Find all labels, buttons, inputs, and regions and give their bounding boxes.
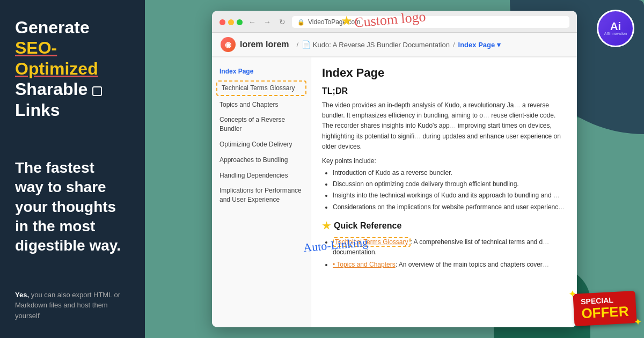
sidebar-item-optimizing[interactable]: Optimizing Code Delivery [212, 137, 311, 152]
star-icon: ★ [322, 220, 331, 232]
sidebar-item-concepts[interactable]: Concepts of a Reverse Bundler [212, 112, 311, 137]
main-area: ★ Custom logo Auto-Linking ← → ↻ 🔒 Video… [145, 0, 644, 338]
topics-link[interactable]: • Topics and Chapters [333, 261, 396, 268]
browser-top: ◉ lorem lorem / 📄 Kudo: A Reverse JS Bun… [212, 33, 577, 57]
breadcrumb-doc[interactable]: 📄 Kudo: A Reverse JS Bundler Documentati… [302, 40, 450, 49]
sidebar-item-dependencies[interactable]: Handling Dependencies [212, 168, 311, 183]
share-icon [92, 86, 102, 96]
list-item: Insights into the technical workings of … [333, 190, 566, 201]
footer-text: Yes, you can also export HTML or Markdow… [15, 290, 130, 321]
browser-window: ← → ↻ 🔒 VideoToPage.com ◉ lorem lorem / [212, 11, 577, 327]
address-text: VideoToPage.com [308, 18, 360, 26]
key-points-label: Key points include: [322, 157, 566, 165]
browser-chrome: ← → ↻ 🔒 VideoToPage.com [212, 11, 577, 33]
close-dot[interactable] [219, 19, 225, 25]
refresh-button[interactable]: ↻ [277, 17, 288, 27]
fullscreen-dot[interactable] [237, 19, 243, 25]
list-item: • Topics and Chapters: An overview of th… [333, 260, 566, 270]
ai-badge-sub: AffiInnovation [604, 32, 627, 36]
quick-ref-heading: ★ Quick Reference [322, 220, 566, 232]
tagline-area: The fastest way to share your thoughts i… [15, 158, 130, 256]
quick-ref-list: Technical Terms Glossary: A comprehensiv… [322, 237, 566, 270]
ai-badge: Ai AffiInnovation [597, 10, 634, 47]
sidebar: Index Page Technical Terms Glossary Topi… [212, 57, 311, 327]
breadcrumb-bar: ◉ lorem lorem / 📄 Kudo: A Reverse JS Bun… [212, 33, 577, 57]
doc-content: Index Page TL;DR The video provides an i… [311, 57, 577, 327]
window-controls [219, 19, 243, 25]
tagline: The fastest way to share your thoughts i… [15, 158, 130, 256]
yes-label: Yes, [15, 291, 29, 299]
logo-area: ◉ lorem lorem [221, 37, 289, 52]
logo-icon: ◉ [221, 37, 236, 52]
sidebar-item-glossary[interactable]: Technical Terms Glossary [216, 80, 306, 96]
sidebar-item-index[interactable]: Index Page [212, 64, 311, 79]
forward-button[interactable]: → [262, 17, 273, 27]
back-button[interactable]: ← [247, 17, 258, 27]
headline-line1: Generate [15, 18, 90, 37]
list-item: Considerations on the implications for w… [333, 202, 566, 212]
tldr-text: The video provides an in-depth analysis … [322, 100, 566, 152]
list-item: Technical Terms Glossary: A comprehensiv… [333, 237, 566, 258]
browser-content: Index Page Technical Terms Glossary Topi… [212, 57, 577, 327]
list-item: Discussion on optimizing code delivery t… [333, 179, 566, 189]
lock-icon: 🔒 [297, 19, 305, 26]
breadcrumb-current[interactable]: Index Page ▾ [458, 41, 501, 49]
special-offer-badge: SPECIAL OFFER [573, 291, 636, 326]
sidebar-item-implications[interactable]: Implications for Performance and User Ex… [212, 183, 311, 208]
special-line2: OFFER [581, 304, 629, 321]
sidebar-item-topics[interactable]: Topics and Chapters [212, 97, 311, 113]
address-bar[interactable]: 🔒 VideoToPage.com [292, 16, 569, 28]
headline-area: Generate SEO-Optimized Sharable Links [15, 17, 130, 124]
bullet-list: Introduction of Kudo as a reverse bundle… [322, 168, 566, 212]
headline: Generate SEO-Optimized Sharable Links [15, 17, 130, 120]
headline-seo: SEO-Optimized [15, 38, 98, 78]
breadcrumb-sep1: / [297, 41, 299, 49]
ai-badge-text: Ai [610, 21, 621, 32]
logo-text: lorem lorem [240, 40, 289, 49]
sidebar-item-approaches[interactable]: Approaches to Bundling [212, 152, 311, 168]
glossary-link[interactable]: Technical Terms Glossary [333, 237, 411, 247]
tldr-heading: TL;DR [322, 86, 566, 96]
headline-sharable: Sharable [15, 79, 87, 99]
doc-main: Index Page TL;DR The video provides an i… [311, 57, 577, 327]
footer-body: you can also export HTML or Markdown fil… [15, 291, 120, 320]
left-panel: Generate SEO-Optimized Sharable Links Th… [0, 0, 145, 338]
browser-window-wrapper: ← → ↻ 🔒 VideoToPage.com ◉ lorem lorem / [212, 11, 577, 327]
breadcrumb-sep2: / [453, 41, 455, 49]
headline-links: Links [15, 100, 60, 120]
minimize-dot[interactable] [228, 19, 234, 25]
list-item: Introduction of Kudo as a reverse bundle… [333, 168, 566, 178]
doc-title: Index Page [322, 66, 566, 80]
